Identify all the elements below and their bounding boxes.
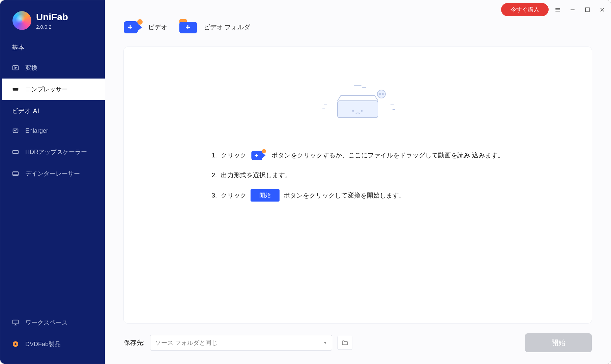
app-window: UniFab 2.0.0.2 基本 変換 コンプレッサー ビデオ AI Enla… [0, 0, 611, 364]
instruction-text: クリック [221, 191, 246, 200]
deinterlace-icon [12, 170, 19, 177]
browse-folder-button[interactable] [338, 336, 352, 350]
brand-text: UniFab 2.0.0.2 [36, 12, 68, 30]
sidebar-item-label: コンプレッサー [25, 85, 68, 93]
folder-plus-icon: + [179, 19, 199, 35]
chevron-down-icon: ▼ [323, 340, 327, 345]
sidebar-item-dvdfab[interactable]: DVDFab製品 [0, 333, 105, 355]
start-badge: 開始 [251, 189, 280, 202]
sidebar-item-workspace[interactable]: ワークスペース [0, 312, 105, 333]
sidebar-item-label: デインターレーサー [25, 170, 80, 178]
instruction-text: ボタンをクリックするか、ここにファイルをドラッグして動画を読み 込みます。 [271, 151, 504, 160]
sidebar-item-label: 変換 [25, 64, 37, 72]
step-number: 2. [211, 172, 217, 179]
svg-point-12 [382, 93, 383, 95]
sidebar-item-label: Enlarger [25, 127, 48, 134]
close-icon[interactable] [597, 4, 608, 16]
svg-rect-1 [13, 88, 19, 90]
menu-icon[interactable] [552, 4, 563, 16]
titlebar: 今すぐ購入 [501, 3, 608, 16]
sidebar-item-label: DVDFab製品 [25, 340, 61, 348]
svg-point-13 [353, 111, 354, 112]
step-number: 3. [211, 192, 217, 199]
drop-panel[interactable]: 1. クリック + ボタンをクリックするか、ここにファイルをドラッグして動画を読… [124, 47, 592, 323]
footer-bar: 保存先: ソース フォルダと同じ ▼ 開始 [105, 323, 611, 364]
instruction-step-1: 1. クリック + ボタンをクリックするか、ここにファイルをドラッグして動画を読… [211, 149, 504, 161]
instruction-step-2: 2. 出力形式を選択します。 [211, 171, 504, 180]
hdr-icon [12, 148, 19, 156]
sidebar-item-convert[interactable]: 変換 [0, 57, 105, 79]
destination-select[interactable]: ソース フォルダと同じ ▼ [150, 335, 332, 351]
maximize-icon[interactable] [582, 4, 593, 16]
svg-rect-3 [13, 150, 19, 153]
svg-point-10 [377, 90, 385, 98]
sidebar-item-deinterlace[interactable]: デインターレーサー [0, 163, 105, 184]
svg-rect-8 [585, 8, 589, 12]
minimize-icon[interactable] [567, 4, 578, 16]
add-folder-button[interactable]: + ビデオ フォルダ [179, 19, 250, 35]
sidebar: UniFab 2.0.0.2 基本 変換 コンプレッサー ビデオ AI Enla… [0, 0, 105, 364]
sidebar-item-enlarger[interactable]: Enlarger [0, 120, 105, 141]
sidebar-section-basic: 基本 [0, 37, 105, 57]
app-logo-icon [12, 11, 31, 30]
compress-icon [12, 86, 19, 93]
dvdfab-icon [12, 340, 19, 348]
svg-point-7 [14, 343, 17, 345]
app-version: 2.0.0.2 [36, 24, 68, 30]
svg-rect-9 [338, 101, 378, 118]
sidebar-item-label: HDRアップスケーラー [25, 148, 87, 156]
folder-icon [342, 339, 348, 346]
add-folder-label: ビデオ フォルダ [204, 23, 250, 32]
add-video-button[interactable]: + ビデオ [124, 19, 167, 35]
add-video-label: ビデオ [148, 23, 167, 32]
monitor-icon [12, 319, 19, 326]
save-to-label: 保存先: [124, 338, 145, 347]
svg-point-14 [361, 111, 362, 112]
start-button[interactable]: 開始 [525, 333, 592, 352]
video-plus-icon: + [124, 19, 143, 35]
sidebar-item-compressor[interactable]: コンプレッサー [0, 79, 105, 100]
svg-point-11 [379, 93, 381, 95]
svg-rect-4 [13, 172, 19, 176]
app-name: UniFab [36, 12, 68, 23]
instruction-step-3: 3. クリック 開始 ボタンをクリックして変換を開始します。 [211, 189, 504, 202]
main-area: 今すぐ購入 + ビデオ + [105, 0, 611, 364]
sidebar-item-label: ワークスペース [25, 318, 68, 327]
enlarge-icon [12, 127, 19, 134]
buy-now-button[interactable]: 今すぐ購入 [501, 3, 549, 16]
step-number: 1. [211, 152, 217, 159]
instruction-text: ボタンをクリックして変換を開始します。 [284, 191, 405, 200]
sidebar-section-ai: ビデオ AI [0, 100, 105, 120]
sidebar-item-hdr[interactable]: HDRアップスケーラー [0, 141, 105, 163]
play-icon [12, 64, 19, 71]
instructions: 1. クリック + ボタンをクリックするか、ここにファイルをドラッグして動画を読… [211, 149, 504, 202]
sidebar-bottom: ワークスペース DVDFab製品 [0, 312, 105, 364]
empty-box-illustration-icon [311, 81, 405, 129]
instruction-text: 出力形式を選択します。 [221, 171, 291, 180]
destination-value: ソース フォルダと同じ [155, 339, 217, 347]
svg-rect-5 [13, 320, 19, 324]
brand-block: UniFab 2.0.0.2 [0, 0, 105, 37]
video-plus-icon: + [252, 149, 267, 161]
instruction-text: クリック [221, 151, 246, 160]
